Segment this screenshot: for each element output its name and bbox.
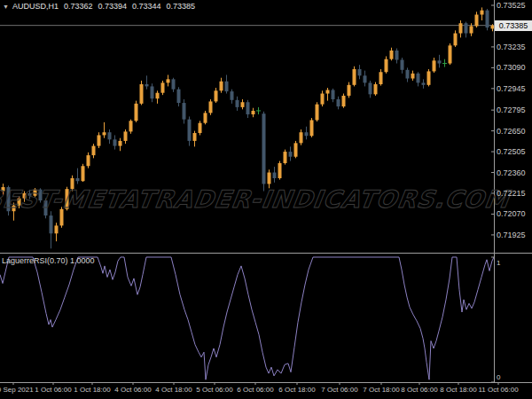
watermark: BEST-METATRADER-INDICATORS.COM: [0, 185, 512, 213]
laguerre-rsi-line: [0, 257, 494, 379]
bull-candle: [167, 79, 170, 82]
time-axis-label: 11 Oct 06:00: [478, 386, 518, 394]
bear-candle: [422, 82, 426, 84]
bull-candle: [156, 93, 160, 98]
bull-candle: [326, 90, 330, 93]
bear-candle: [486, 11, 489, 27]
bull-candle: [55, 225, 59, 233]
bull-candle: [204, 113, 207, 122]
time-axis[interactable]: 30 Sep 20211 Oct 06:001 Oct 18:004 Oct 0…: [0, 385, 532, 399]
price-axis[interactable]: 0.735250.732350.730900.729450.727950.726…: [496, 0, 532, 383]
bear-candle: [108, 132, 112, 139]
bull-candle: [342, 96, 346, 106]
bull-candle: [87, 155, 90, 166]
bear-candle: [358, 69, 362, 75]
bull-candle: [475, 15, 479, 27]
bear-candle: [183, 103, 186, 120]
time-axis-label: 30 Sep 2021: [0, 386, 34, 394]
quote-low: 0.73344: [132, 2, 161, 11]
bull-candle: [433, 60, 436, 71]
bear-candle: [76, 178, 80, 181]
bear-candle: [401, 59, 404, 69]
bull-candle: [300, 132, 303, 143]
bull-candle: [353, 69, 356, 85]
bear-candle: [332, 90, 335, 99]
price-axis-label: 0.72650: [497, 127, 526, 136]
time-axis-label: 8 Oct 18:00: [440, 386, 476, 394]
bull-candle: [385, 59, 388, 73]
price-axis-label: 0.71925: [497, 231, 526, 239]
bull-candle: [161, 82, 165, 92]
bull-candle: [82, 166, 85, 181]
bear-candle: [369, 82, 372, 94]
bull-candle: [209, 101, 213, 113]
bull-candle: [268, 173, 271, 184]
bull-candle: [459, 23, 463, 33]
bear-candle: [289, 152, 293, 157]
bull-candle: [241, 102, 245, 107]
price-axis-label: 0.73090: [497, 63, 526, 72]
bear-candle: [172, 79, 176, 89]
time-axis-label: 4 Oct 18:00: [155, 386, 192, 394]
time-axis-label: 7 Oct 18:00: [363, 386, 399, 394]
time-axis-label: 1 Oct 06:00: [35, 386, 71, 394]
bull-candle: [140, 84, 144, 104]
bull-candle: [278, 163, 282, 178]
bull-candle: [294, 143, 298, 156]
bear-candle: [236, 100, 239, 107]
bear-candle: [231, 91, 234, 100]
bull-candle: [98, 135, 101, 145]
price-axis-label: 0.72505: [497, 147, 526, 156]
bear-candle: [246, 102, 250, 114]
time-axis-label: 8 Oct 06:00: [401, 386, 437, 394]
bull-candle: [321, 94, 325, 105]
bull-candle: [220, 82, 223, 91]
bear-candle: [145, 84, 149, 86]
quote-close: 0.73385: [167, 2, 196, 11]
price-axis-label: 0.72945: [497, 84, 526, 93]
bear-candle: [438, 60, 442, 63]
bull-candle: [449, 45, 452, 63]
bull-candle: [316, 105, 319, 121]
bull-candle: [427, 71, 431, 84]
bear-candle: [417, 74, 420, 83]
bull-candle: [215, 90, 218, 101]
bull-candle: [284, 152, 287, 163]
bear-candle: [305, 132, 309, 136]
bear-candle: [395, 51, 399, 60]
price-axis-label: 0.72070: [497, 209, 526, 218]
bull-candle: [252, 111, 255, 114]
bull-candle: [103, 132, 106, 135]
bull-candle: [92, 146, 96, 156]
chart-title: ▼ AUDUSD,H1 0.73362 0.73394 0.73344 0.73…: [3, 2, 200, 11]
bull-candle: [491, 26, 495, 29]
time-axis-label: 6 Oct 06:00: [237, 386, 273, 394]
time-axis-label: 5 Oct 06:00: [196, 386, 232, 394]
bear-candle: [364, 75, 367, 82]
bear-candle: [273, 173, 277, 178]
bear-candle: [50, 215, 53, 233]
bull-candle: [390, 51, 394, 59]
indicator-label: LaguerreRSI(0.70) 1.0000: [2, 256, 95, 265]
bull-candle: [310, 120, 314, 136]
indicator-scale-top: 1: [497, 259, 500, 267]
bull-candle: [454, 34, 458, 46]
time-axis-label: 1 Oct 18:00: [74, 386, 110, 394]
bear-candle: [262, 113, 266, 184]
time-axis-label: 6 Oct 18:00: [278, 386, 315, 394]
bear-candle: [151, 86, 154, 98]
quote-open: 0.73362: [64, 2, 93, 11]
time-axis-label: 4 Oct 06:00: [114, 386, 151, 394]
bull-candle: [481, 11, 484, 15]
price-axis-label: 0.72360: [497, 168, 526, 177]
bull-candle: [135, 104, 138, 121]
indicator-scale-bottom: 0: [497, 373, 500, 381]
bull-candle: [199, 123, 202, 133]
bull-candle: [374, 84, 378, 94]
bear-candle: [465, 23, 468, 33]
bull-candle: [470, 26, 473, 33]
price-axis-label: 0.73235: [497, 43, 526, 51]
quote-high: 0.73394: [98, 2, 128, 11]
bull-candle: [119, 141, 122, 146]
bull-candle: [129, 121, 133, 131]
